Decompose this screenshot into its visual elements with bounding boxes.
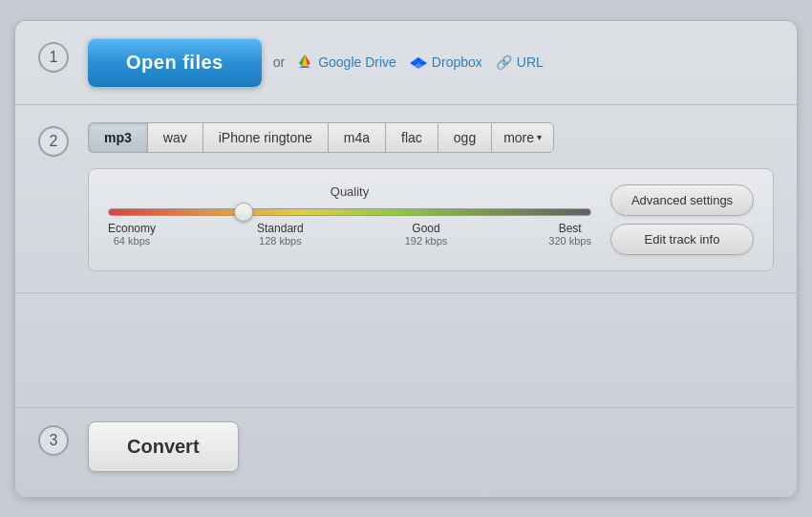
tab-mp3[interactable]: mp3	[88, 122, 147, 153]
marker-good: Good 192 kbps	[405, 222, 448, 247]
dropbox-icon	[410, 53, 427, 73]
url-label: URL	[517, 54, 544, 70]
edit-track-info-button[interactable]: Edit track info	[610, 224, 754, 255]
slider-markers: Economy 64 kbps Standard 128 kbps Good 1…	[108, 222, 591, 247]
tab-ogg[interactable]: ogg	[438, 122, 491, 153]
tab-flac[interactable]: flac	[385, 122, 438, 153]
quality-left: Quality Economy 64 kbps Standard	[108, 184, 591, 247]
step1-number: 1	[38, 42, 69, 73]
step3-section: 3 Convert	[15, 408, 797, 485]
advanced-settings-button[interactable]: Advanced settings	[610, 184, 754, 216]
marker-best: Best 320 kbps	[548, 222, 591, 247]
step2-number: 2	[38, 126, 69, 157]
empty-area	[15, 293, 797, 408]
google-drive-icon	[296, 53, 313, 73]
main-container: 1 Open files or Google Drive	[14, 20, 798, 498]
quality-section: Quality Economy 64 kbps Standard	[88, 168, 774, 271]
marker-standard: Standard 128 kbps	[257, 222, 304, 247]
step2-section: 2 mp3 wav iPhone ringtone m4a flac ogg m…	[15, 105, 797, 293]
format-tabs: mp3 wav iPhone ringtone m4a flac ogg mor…	[88, 122, 554, 153]
tab-more[interactable]: more ▾	[491, 122, 554, 153]
or-text: or	[273, 54, 285, 70]
tab-wav[interactable]: wav	[147, 122, 203, 153]
step3-number: 3	[38, 425, 69, 456]
step1-section: 1 Open files or Google Drive	[15, 21, 797, 105]
dropbox-link[interactable]: Dropbox	[410, 53, 482, 73]
google-drive-link[interactable]: Google Drive	[296, 53, 396, 73]
tab-m4a[interactable]: m4a	[328, 122, 385, 153]
step3-content: Convert	[88, 421, 774, 472]
open-files-button[interactable]: Open files	[88, 38, 262, 87]
convert-button[interactable]: Convert	[88, 421, 239, 472]
url-link[interactable]: 🔗 URL	[496, 54, 544, 70]
slider-container	[108, 208, 591, 216]
dropbox-label: Dropbox	[432, 54, 482, 70]
tab-iphone-ringtone[interactable]: iPhone ringtone	[203, 122, 328, 153]
svg-marker-1	[299, 66, 310, 68]
more-label: more	[503, 130, 534, 145]
quality-label: Quality	[108, 184, 591, 199]
step2-content: mp3 wav iPhone ringtone m4a flac ogg mor…	[88, 122, 774, 271]
marker-economy: Economy 64 kbps	[108, 222, 156, 247]
step1-content: Open files or Google Drive	[88, 38, 774, 87]
quality-right: Advanced settings Edit track info	[610, 184, 754, 255]
chevron-down-icon: ▾	[537, 132, 542, 142]
google-drive-label: Google Drive	[318, 54, 396, 70]
url-icon: 🔗	[496, 54, 512, 70]
